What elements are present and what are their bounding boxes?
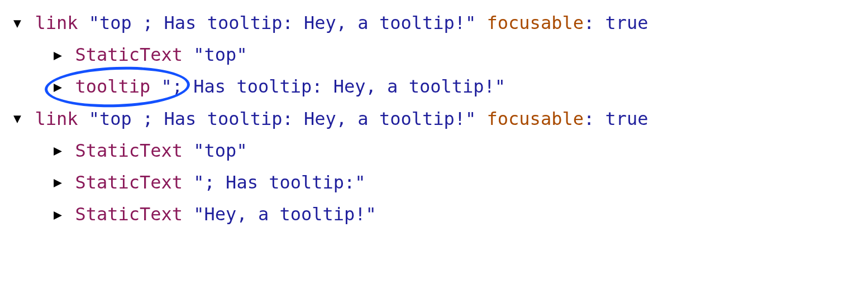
tree-row[interactable]: StaticText "Hey, a tooltip!": [13, 200, 862, 229]
disclosure-triangle-icon[interactable]: [13, 105, 35, 133]
role-label: StaticText: [75, 41, 183, 69]
accessible-name: "top ; Has tooltip: Hey, a tooltip!": [89, 9, 476, 37]
accessible-name: "Hey, a tooltip!": [193, 200, 376, 229]
attribute-key: focusable: [487, 9, 584, 37]
attribute-key: focusable: [487, 105, 584, 133]
tree-row[interactable]: StaticText "top": [13, 41, 862, 69]
spacer: [78, 9, 88, 37]
accessible-name: "; Has tooltip:": [193, 168, 365, 197]
attribute-value: true: [605, 9, 648, 37]
spacer: [476, 105, 487, 133]
tree-row[interactable]: StaticText "; Has tooltip:": [13, 168, 862, 197]
tree-row[interactable]: tooltip "; Has tooltip: Hey, a tooltip!": [13, 72, 862, 101]
role-label: StaticText: [75, 200, 183, 229]
disclosure-triangle-icon[interactable]: [54, 41, 75, 69]
role-label: StaticText: [75, 168, 183, 197]
spacer: [78, 105, 88, 133]
accessibility-tree: link "top ; Has tooltip: Hey, a tooltip!…: [0, 0, 868, 238]
role-label: link: [35, 105, 78, 133]
colon: :: [584, 9, 605, 37]
disclosure-triangle-icon[interactable]: [13, 9, 35, 37]
accessible-name: "; Has tooltip: Hey, a tooltip!": [161, 72, 506, 101]
disclosure-triangle-icon[interactable]: [54, 168, 75, 197]
spacer: [476, 9, 487, 37]
attribute-value: true: [605, 105, 648, 133]
disclosure-triangle-icon[interactable]: [54, 72, 75, 101]
colon: :: [584, 105, 605, 133]
tree-row[interactable]: StaticText "top": [13, 137, 862, 165]
role-label: link: [35, 9, 78, 37]
spacer: [183, 137, 193, 165]
spacer: [183, 168, 193, 197]
spacer: [183, 41, 193, 69]
spacer: [183, 200, 193, 229]
accessible-name: "top ; Has tooltip: Hey, a tooltip!": [89, 105, 476, 133]
role-label: StaticText: [75, 137, 183, 165]
role-label: tooltip: [75, 72, 150, 101]
tree-row[interactable]: link "top ; Has tooltip: Hey, a tooltip!…: [13, 105, 862, 133]
disclosure-triangle-icon[interactable]: [54, 137, 75, 165]
spacer: [150, 72, 161, 101]
disclosure-triangle-icon[interactable]: [54, 200, 75, 229]
accessible-name: "top": [193, 137, 247, 165]
accessible-name: "top": [193, 41, 247, 69]
tree-row[interactable]: link "top ; Has tooltip: Hey, a tooltip!…: [13, 9, 862, 37]
